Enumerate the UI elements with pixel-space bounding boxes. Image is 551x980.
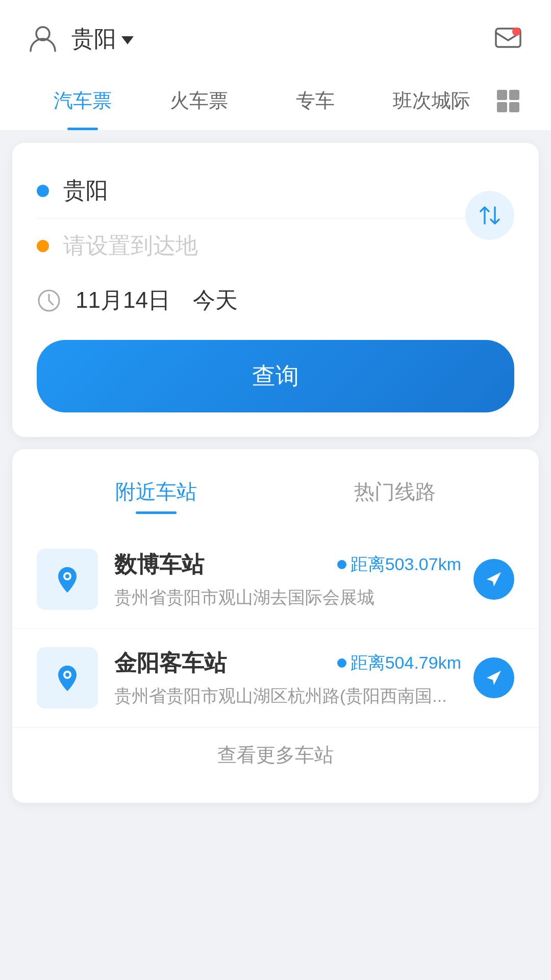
user-icon[interactable] (24, 20, 61, 57)
clock-icon (37, 288, 61, 313)
tab-train-ticket[interactable]: 火车票 (141, 71, 257, 130)
station-distance-1: 距离503.07km (337, 553, 461, 576)
navigate-button-2[interactable] (473, 657, 514, 698)
from-location-row: 贵阳 (37, 167, 514, 214)
to-location-input[interactable]: 请设置到达地 (63, 231, 198, 261)
nav-more-button[interactable] (490, 88, 527, 114)
date-text: 11月14日 (76, 285, 170, 315)
header-left: 贵阳 (24, 20, 134, 57)
tab-intercity[interactable]: 班次城际 (373, 71, 490, 130)
to-dot (37, 240, 49, 252)
station-distance-2: 距离504.79km (337, 651, 461, 675)
station-address-2: 贵州省贵阳市观山湖区杭州路(贵阳西南国... (114, 684, 461, 708)
station-icon-2 (37, 647, 98, 708)
view-more-button[interactable]: 查看更多车站 (12, 727, 539, 782)
to-location-row: 请设置到达地 (37, 223, 514, 269)
station-info-2: 金阳客车站 距离504.79km 贵州省贵阳市观山湖区杭州路(贵阳西南国... (114, 648, 461, 708)
nav-tabs: 汽车票 火车票 专车 班次城际 (0, 71, 551, 131)
message-icon[interactable] (490, 20, 527, 57)
tab-private-car[interactable]: 专车 (257, 71, 373, 130)
distance-dot-2 (337, 658, 346, 668)
distance-dot-1 (337, 560, 346, 569)
navigate-button-1[interactable] (473, 559, 514, 600)
station-name-row-1: 数博车站 距离503.07km (114, 550, 461, 580)
city-selector[interactable]: 贵阳 (71, 24, 134, 54)
list-item[interactable]: 金阳客车站 距离504.79km 贵州省贵阳市观山湖区杭州路(贵阳西南国... (12, 629, 539, 727)
svg-point-9 (65, 574, 69, 578)
stations-card: 附近车站 热门线路 数博车站 距离503.07km 贵州省贵阳市观山湖去国际会展… (12, 449, 539, 803)
svg-rect-2 (512, 28, 520, 36)
svg-rect-4 (509, 90, 519, 100)
station-name-1: 数博车站 (114, 550, 204, 580)
station-info-1: 数博车站 距离503.07km 贵州省贵阳市观山湖去国际会展城 (114, 550, 461, 609)
svg-rect-3 (497, 90, 507, 100)
station-address-1: 贵州省贵阳市观山湖去国际会展城 (114, 586, 461, 609)
header: 贵阳 (0, 0, 551, 71)
from-location-text[interactable]: 贵阳 (63, 176, 108, 206)
stations-tabs: 附近车站 热门线路 (12, 470, 539, 514)
station-icon-1 (37, 549, 98, 610)
list-item[interactable]: 数博车站 距离503.07km 贵州省贵阳市观山湖去国际会展城 (12, 530, 539, 629)
station-name-2: 金阳客车站 (114, 648, 227, 678)
chevron-down-icon (121, 36, 134, 44)
svg-point-11 (65, 673, 69, 677)
date-row[interactable]: 11月14日 今天 (37, 269, 514, 320)
tab-bus-ticket[interactable]: 汽车票 (24, 71, 141, 130)
tab-nearby-stations[interactable]: 附近车站 (37, 470, 276, 514)
station-name-row-2: 金阳客车站 距离504.79km (114, 648, 461, 678)
search-card: 贵阳 请设置到达地 11月14日 今天 查询 (12, 143, 539, 437)
location-divider (37, 218, 514, 218)
search-button[interactable]: 查询 (37, 340, 514, 412)
from-dot (37, 185, 49, 197)
city-name: 贵阳 (71, 24, 116, 54)
today-badge: 今天 (193, 285, 238, 315)
svg-rect-5 (497, 102, 507, 112)
tab-hot-routes[interactable]: 热门线路 (276, 470, 514, 514)
svg-rect-6 (509, 102, 519, 112)
